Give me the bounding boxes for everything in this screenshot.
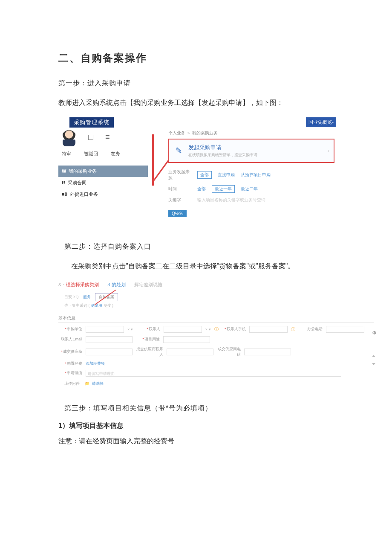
start-request-card[interactable]: ✎ 发起采购申请 在线填报拟采购物资清单，提交采购申请 ›: [168, 139, 334, 163]
step3-subhead: 1）填写项目基本信息: [58, 421, 337, 430]
left-panel: ≡ 符审 被驳回 在办 W 我的采购业务 R 采购合同 ■0 外贸进口业务: [58, 130, 148, 200]
upload-link[interactable]: 请选择: [92, 381, 104, 386]
checkbox-icon: [88, 135, 93, 140]
form-row-4: 购置经费 添加经费项: [58, 361, 374, 366]
input-contact[interactable]: [164, 326, 202, 333]
filter-all-tag[interactable]: 全部: [197, 171, 212, 179]
step1-body: 教师进入采购系统点击【我的采购业务工选择【发起采购申请】，如下图：: [58, 96, 337, 109]
screenshot-2: &・谨选择采购类别 3 的处划 辉宅差别说施 目安 XQ 服务 自购备案 也・集…: [58, 282, 374, 386]
label-reason: 申请理由: [58, 370, 82, 376]
nav-label: 外贸进口业务: [70, 191, 98, 198]
avatar: [62, 130, 76, 145]
nav-prefix: ■0: [62, 192, 67, 197]
step2-body: 在采购类别中点击"自购备案二在二级目录中选择"货物备案"或"服务备案"。: [58, 260, 337, 273]
red-indicator-bar: [152, 134, 154, 186]
sub-right: 曼变 ): [104, 303, 114, 308]
filter-source-label: 业务发起来源: [168, 169, 191, 181]
label-email: 联系人Email: [58, 337, 82, 342]
scrollbar-icon[interactable]: [372, 355, 376, 365]
input-phone[interactable]: [249, 326, 288, 333]
label-budget: 购置经费: [58, 361, 82, 366]
label-supplier: 成交供应商: [58, 349, 82, 355]
status-item: 被驳回: [84, 151, 98, 157]
screenshot-1: 采购管理系统 国业先概览- ≡ 符审 被驳回 在办 W 我的采购业务 R 采: [58, 117, 336, 223]
tab-service[interactable]: 服务: [83, 294, 91, 300]
add-budget-link[interactable]: 添加经费项: [86, 361, 105, 366]
nav-my-procurement[interactable]: W 我的采购业务: [58, 166, 148, 177]
nav-label: 采购合同: [68, 180, 86, 186]
top-link: 3 的处划: [107, 282, 125, 288]
label-office: 办公电话: [299, 326, 323, 332]
top-row: &・谨选择采购类别 3 的处划 辉宅差别说施: [58, 282, 374, 288]
info-icon: ⓘ: [291, 326, 295, 332]
document-page: 二、自购备案操作 第一步：进入采购申请 教师进入采购系统点击【我的采购业务工选择…: [0, 0, 392, 481]
filter-time-label: 时间: [168, 186, 191, 192]
input-purpose[interactable]: [163, 336, 210, 343]
sub-left: 也・集中采购 (: [64, 303, 90, 308]
right-panel: 个人业务 ＞ 我的采购业务 ✎ 发起采购申请 在线填报拟采购物资清单，提交采购申…: [156, 130, 336, 217]
phi-symbol: Φ: [372, 330, 376, 335]
filter-area: 业务发起来源 全部 直接申购 从预算项目申购 时间 全部 最近一年 最近二年 关…: [168, 169, 336, 203]
form-row-1: 申购单位 × ▾ 联系人 × ▾ ⓘ 联系人手机 ⓘ 办公电话: [58, 326, 374, 333]
form-row-2: 联系人Email 项目用途: [58, 336, 374, 343]
label-contact: 联系人: [136, 326, 160, 332]
card-title: 发起采购申请: [188, 144, 257, 151]
input-email[interactable]: [86, 336, 133, 343]
status-item: 在办: [111, 151, 120, 157]
pen-icon: ✎: [175, 145, 182, 156]
label-sup-contact: 成交供应商联系人: [136, 346, 163, 357]
top-desc: 辉宅差别说施: [134, 282, 162, 288]
input-reason[interactable]: 请填写申请理由: [86, 370, 341, 377]
tab-prefix: 目安 XQ: [64, 294, 79, 300]
chevron-right-icon: ›: [328, 148, 329, 154]
filter-year-tag[interactable]: 最近一年: [212, 185, 235, 193]
hamburger-icon[interactable]: ≡: [105, 133, 110, 142]
section-heading: 二、自购备案操作: [58, 51, 337, 65]
filter-option[interactable]: 全部: [197, 186, 206, 192]
nav-prefix: W: [62, 169, 66, 174]
top-prefix: &・: [58, 282, 66, 287]
input-office[interactable]: [326, 326, 364, 333]
form-row-3: 成交供应商 成交供应商联系人 成交供应商电话: [58, 346, 374, 357]
step3-note: 注意：请在经费页面输入完整的经费号: [58, 435, 337, 447]
status-item: 符审: [62, 151, 71, 157]
nav-label: 我的采购业务: [69, 168, 97, 174]
subcategory-row: 也・集中采购 ( 测试用 曼变 ): [58, 303, 374, 308]
clear-icon[interactable]: × ▾: [127, 327, 133, 331]
keyword-placeholder[interactable]: 输入项目名称的关键字或业务号查询: [197, 197, 265, 203]
breadcrumb: 个人业务 ＞ 我的采购业务: [156, 130, 336, 136]
nav-contract[interactable]: R 采购合同: [58, 177, 148, 189]
select-category-text: 谨选择采购类别: [66, 282, 99, 287]
section-basic-info: 基本信息: [58, 314, 374, 323]
filter-option[interactable]: 从预算项目申购: [241, 172, 271, 178]
label-upload: 上传附件: [58, 381, 82, 386]
filter-keyword-label: 关键字: [168, 197, 191, 203]
status-row: 符审 被驳回 在办: [58, 151, 148, 157]
filter-option[interactable]: 直接申购: [218, 172, 235, 178]
clear-icon[interactable]: × ▾: [205, 327, 211, 331]
label-unit: 申购单位: [58, 326, 82, 332]
nav-prefix: R: [62, 180, 65, 185]
form-row-5: 申请理由 请填写申请理由: [58, 370, 374, 377]
input-unit[interactable]: [86, 326, 124, 333]
step2-title: 第二步：选择自购备案入口: [58, 240, 337, 253]
step1-title: 第一步：进入采购申请: [58, 77, 337, 90]
step3-title: 第三步：填写项目相关信息（带*号为必填项）: [58, 402, 337, 415]
nav-import[interactable]: ■0 外贸进口业务: [58, 189, 148, 200]
app-title: 采购管理系统: [69, 117, 114, 128]
label-purpose: 项目用途: [136, 337, 160, 342]
input-sup-contact[interactable]: [167, 349, 213, 355]
header-right-badge: 国业先概览-: [306, 117, 336, 127]
label-phone: 联系人手机: [222, 326, 246, 332]
input-supplier[interactable]: [86, 349, 133, 355]
folder-icon: 📁: [85, 381, 89, 386]
card-subtitle: 在线填报拟采购物资清单，提交采购申请: [188, 152, 257, 158]
input-sup-phone[interactable]: [244, 349, 291, 355]
upload-row: 上传附件 📁 请选择: [58, 381, 374, 386]
side-nav: W 我的采购业务 R 采购合同 ■0 外贸进口业务: [58, 166, 148, 200]
search-button[interactable]: Q½i%: [168, 210, 187, 217]
info-icon: ⓘ: [214, 326, 219, 332]
filter-option[interactable]: 最近二年: [241, 186, 258, 192]
label-sup-phone: 成交供应商电话: [217, 346, 241, 357]
